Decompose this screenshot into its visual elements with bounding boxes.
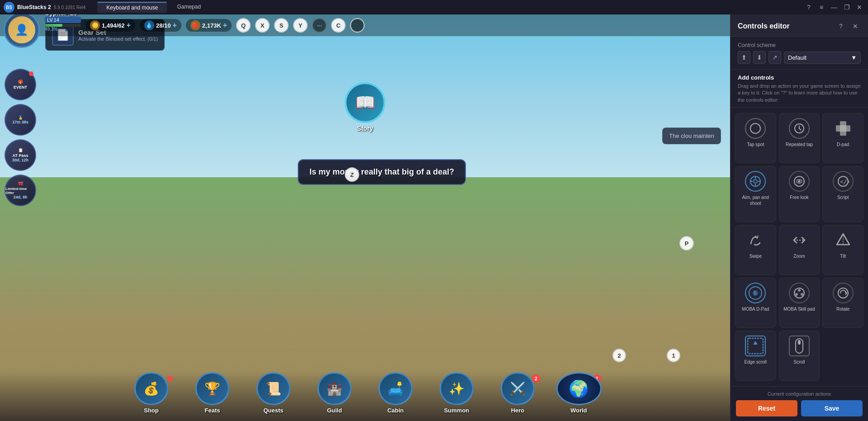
dialog-box[interactable]: Is my money really that big of a deal? — [298, 159, 466, 185]
key-c[interactable]: C — [331, 18, 346, 33]
reward-button[interactable]: 🏅 17m 38s — [5, 104, 36, 136]
help-btn[interactable]: ? — [804, 2, 814, 12]
left-panel: 🎁 EVENT 🏅 17m 38s 📋 AT Pass 30d, 12h 🎀 L… — [5, 69, 36, 206]
maximize-btn[interactable]: ❐ — [842, 2, 852, 12]
scheme-select[interactable]: Default ▼ — [784, 52, 861, 64]
app-name: BlueStacks 2 — [17, 4, 51, 10]
atpass-label: AT Pass — [13, 153, 28, 158]
ctrl-script[interactable]: </> Script — [822, 166, 863, 222]
save-button[interactable]: Save — [801, 400, 863, 416]
nav-guild[interactable]: 🏰 Guild — [304, 372, 365, 417]
ctrl-moba-dpad[interactable]: 5 MOBA D-Pad — [735, 278, 776, 328]
ctrl-zoom[interactable]: Zoom — [779, 225, 820, 275]
key-p-badge: P — [679, 236, 694, 251]
ctrl-repeated-tap[interactable]: Repeated tap — [779, 113, 820, 163]
svg-point-15 — [798, 180, 800, 183]
nav-cabin[interactable]: 🛋️ Cabin — [365, 372, 426, 417]
menu-btn[interactable]: ≡ — [816, 2, 826, 12]
player-avatar[interactable]: 👤 — [4, 14, 40, 48]
atpass-button[interactable]: 📋 AT Pass 30d, 12h — [5, 139, 36, 171]
nav-shop[interactable]: 💰 Shop — [121, 372, 182, 417]
scroll-icon — [789, 336, 810, 356]
edge-scroll-icon — [745, 336, 766, 356]
ctrl-scroll[interactable]: Scroll — [779, 331, 820, 381]
summon-icon: ✨ — [440, 372, 474, 405]
avatar-image: 👤 — [8, 16, 35, 43]
ctrl-edge-scroll[interactable]: Edge scroll — [735, 331, 776, 381]
ctrl-tap-spot[interactable]: Tap spot — [735, 113, 776, 163]
key-q[interactable]: Q — [236, 18, 251, 33]
ctrl-aim-pan-shoot[interactable]: Aim, pan and shoot — [735, 166, 776, 222]
panel-help-btn[interactable]: ? — [835, 21, 846, 32]
ctrl-moba-skill[interactable]: MOBA Skill pad — [779, 278, 820, 328]
scheme-import-btn[interactable]: ⬆ — [738, 51, 750, 64]
tab-keyboard-mouse[interactable]: Keyboard and mouse — [97, 2, 167, 13]
key-z-badge: Z — [345, 167, 359, 182]
controls-grid: Tap spot Repeated tap — [730, 108, 868, 386]
energy-value: 28/10 — [156, 22, 171, 29]
scheme-share-btn[interactable]: ↗ — [768, 51, 781, 64]
script-label: Script — [837, 194, 849, 200]
cabin-icon: 🛋️ — [379, 372, 413, 405]
key-more[interactable]: ··· — [312, 18, 327, 33]
nav-quests[interactable]: 📜 Quests — [243, 372, 304, 417]
panel-header-icons: ? ✕ — [835, 21, 861, 32]
footer-buttons: Reset Save — [736, 400, 863, 416]
minimize-btn[interactable]: — — [829, 2, 839, 12]
key-s[interactable]: S — [274, 18, 289, 33]
hero-label: Hero — [511, 407, 525, 414]
ctrl-d-pad[interactable]: D-pad — [822, 113, 863, 163]
feats-label: Feats — [205, 407, 220, 414]
summon-label: Summon — [444, 407, 470, 414]
free-look-label: Free look — [790, 194, 809, 200]
player-level: LV.14 — [45, 17, 81, 23]
scheme-export-btn[interactable]: ⬇ — [753, 51, 766, 64]
nav-feats[interactable]: 🏆 Feats — [182, 372, 243, 417]
tilt-label: Tilt — [840, 253, 846, 259]
add-controls-desc: Drag and drop an action on your game scr… — [738, 83, 861, 104]
gear-set-subtitle: Activate the Blessed set effect. (0/1) — [78, 36, 158, 42]
stamina-plus[interactable]: + — [127, 21, 131, 29]
gold-value: 2,173K — [202, 22, 221, 29]
gold-plus[interactable]: + — [223, 21, 227, 29]
nav-summon[interactable]: ✨ Summon — [426, 372, 487, 417]
maintenance-notice: The clou mainten — [662, 128, 721, 144]
ctrl-free-look[interactable]: Free look — [779, 166, 820, 222]
app-version: 5.9.0.1091 Rel4 — [54, 5, 86, 10]
nav-world[interactable]: 1 🌍 World — [548, 372, 609, 417]
close-btn[interactable]: ✕ — [854, 2, 864, 12]
quests-icon: 📜 — [256, 372, 290, 405]
ctrl-tilt[interactable]: Tilt — [822, 225, 863, 275]
add-controls-title: Add controls — [738, 74, 861, 81]
guild-icon: 🏰 — [318, 372, 351, 405]
svg-point-27 — [801, 293, 803, 296]
hp-percent: 49.3% — [45, 27, 81, 32]
free-look-icon — [789, 171, 810, 192]
stamina-value: 1,494/62 — [102, 22, 125, 29]
tilt-icon — [833, 230, 854, 251]
panel-close-btn[interactable]: ✕ — [850, 21, 861, 32]
reset-button[interactable]: Reset — [736, 400, 797, 416]
window-controls: ? ≡ — ❐ ✕ — [804, 2, 864, 12]
key-x[interactable]: X — [255, 18, 270, 33]
svg-point-25 — [798, 289, 801, 292]
world-icon: 🌍 — [556, 372, 602, 405]
tab-gamepad[interactable]: Gamepad — [168, 2, 210, 13]
offer-icon: 🎀 — [18, 181, 23, 186]
nav-hero[interactable]: 2 ⚔️ Hero — [487, 372, 548, 417]
control-scheme-section: Control scheme ⬆ ⬇ ↗ Default ▼ — [730, 37, 868, 70]
event-button[interactable]: 🎁 EVENT — [5, 69, 36, 100]
ctrl-rotate[interactable]: Rotate — [822, 278, 863, 328]
energy-plus[interactable]: + — [173, 21, 177, 29]
key-p[interactable]: P — [679, 236, 694, 251]
scheme-label: Control scheme — [738, 42, 861, 48]
key-extra[interactable] — [350, 18, 365, 33]
offer-button[interactable]: 🎀 Limited-time Offer 24d, 9h — [5, 175, 36, 206]
ctrl-swipe[interactable]: Swipe — [735, 225, 776, 275]
moba-dpad-icon: 5 — [745, 283, 766, 303]
scheme-value: Default — [788, 54, 806, 61]
story-button[interactable]: 📖 — [345, 82, 385, 123]
story-center: 📖 Story — [345, 82, 385, 132]
key-y[interactable]: Y — [293, 18, 308, 33]
key-z[interactable]: Z — [345, 167, 359, 182]
